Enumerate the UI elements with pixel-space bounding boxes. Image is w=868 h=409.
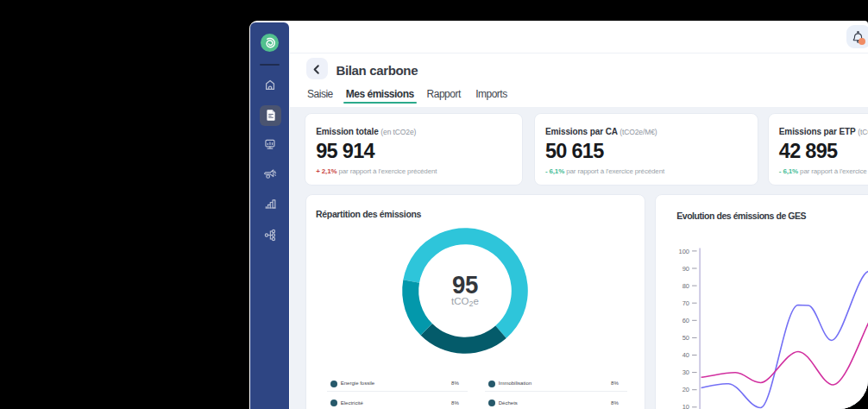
svg-text:50: 50 [682,334,689,342]
svg-text:80: 80 [682,281,689,289]
svg-text:90: 90 [682,264,689,272]
svg-text:20: 20 [682,386,689,393]
svg-text:100: 100 [679,247,690,255]
svg-text:70: 70 [682,299,689,306]
svg-text:10: 10 [682,403,689,409]
svg-text:60: 60 [682,316,689,324]
svg-text:40: 40 [682,351,689,359]
svg-text:30: 30 [682,368,689,376]
